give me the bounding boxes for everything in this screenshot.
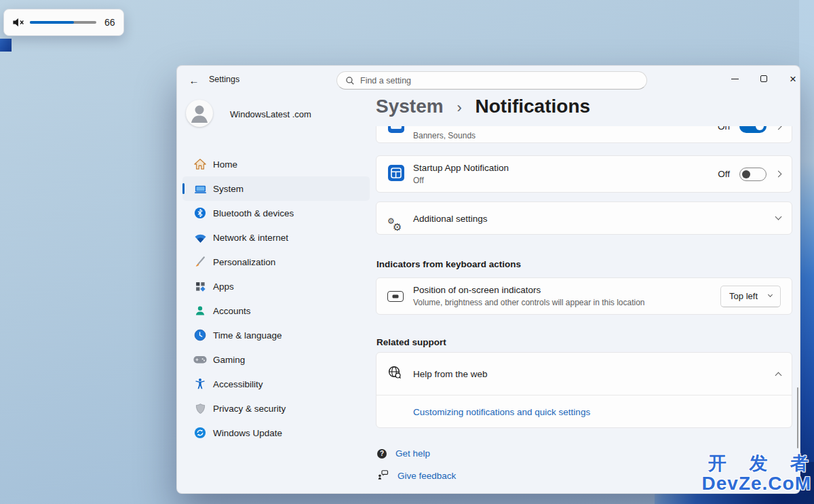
volume-slider[interactable]: [30, 21, 96, 24]
help-from-web-card: Help from the web Customizing notificati…: [376, 352, 792, 428]
position-title: Position of on-screen indicators: [413, 285, 541, 295]
help-from-web-row[interactable]: Help from the web: [376, 353, 792, 395]
notifications-subtitle: Banners, Sounds: [413, 131, 476, 140]
wallpaper-dark-notch: [0, 39, 12, 52]
notifications-row[interactable]: Banners, Sounds On: [376, 126, 792, 143]
sidebar-item-label: Apps: [213, 282, 234, 292]
startup-toggle[interactable]: [739, 168, 767, 181]
account-name[interactable]: WindowsLatest .com: [230, 109, 311, 119]
position-dropdown-value: Top left: [729, 291, 758, 301]
sidebar-item-label: Time & language: [213, 330, 282, 341]
time-language-icon: [193, 328, 207, 342]
sidebar-item-home[interactable]: Home: [182, 152, 370, 176]
globe-search-icon: [387, 365, 402, 383]
sidebar-item-personalization[interactable]: Personalization: [182, 250, 370, 274]
sidebar-item-accounts[interactable]: Accounts: [182, 298, 370, 323]
shield-icon: [193, 402, 207, 415]
bluetooth-icon: [193, 206, 207, 220]
sidebar-item-apps[interactable]: Apps: [182, 274, 370, 298]
sidebar-item-time-language[interactable]: Time & language: [182, 323, 370, 347]
volume-value: 66: [104, 17, 115, 28]
get-help-link[interactable]: ? Get help: [377, 448, 430, 459]
network-icon: [193, 231, 207, 244]
muted-speaker-icon[interactable]: [12, 17, 26, 28]
give-feedback-icon: [377, 469, 389, 483]
notifications-row-clip: Banners, Sounds On: [376, 126, 792, 143]
additional-settings-row[interactable]: ⚙ ⚙ Additional settings: [376, 201, 792, 235]
sidebar-item-label: System: [213, 184, 244, 194]
help-from-web-title: Help from the web: [413, 369, 488, 379]
main-content: System › Notifications Banners, Sounds O…: [376, 66, 792, 495]
gaming-icon: [193, 353, 207, 366]
volume-flyout: 66: [3, 9, 124, 36]
customizing-notifications-link[interactable]: Customizing notifications and quick sett…: [413, 407, 590, 417]
sidebar-item-windows-update[interactable]: Windows Update: [182, 421, 370, 445]
sidebar-nav: Home System Bluetooth & devices: [182, 152, 370, 445]
sidebar-item-label: Accessibility: [213, 379, 263, 389]
sidebar-item-privacy-security[interactable]: Privacy & security: [182, 396, 370, 421]
startup-title: Startup App Notification: [413, 163, 509, 173]
settings-scroll-area: Banners, Sounds On Sta: [376, 125, 792, 495]
sidebar-item-label: Gaming: [213, 355, 245, 365]
related-support-header: Related support: [376, 337, 446, 347]
sidebar-item-bluetooth-devices[interactable]: Bluetooth & devices: [182, 201, 370, 225]
get-help-icon: ?: [377, 449, 387, 459]
avatar[interactable]: [186, 100, 213, 127]
app-title: Settings: [209, 75, 239, 84]
sidebar-item-label: Bluetooth & devices: [213, 208, 294, 218]
breadcrumb: System › Notifications: [376, 96, 590, 117]
breadcrumb-separator: ›: [457, 99, 461, 116]
position-indicators-row: Position of on-screen indicators Volume,…: [376, 277, 792, 315]
sidebar-item-gaming[interactable]: Gaming: [182, 347, 370, 372]
vertical-scrollbar[interactable]: [797, 387, 798, 448]
startup-toggle-label: Off: [718, 169, 730, 179]
sidebar-item-system[interactable]: System: [182, 176, 370, 201]
sidebar-item-network-internet[interactable]: Network & internet: [182, 225, 370, 250]
sidebar-item-label: Accounts: [213, 306, 251, 316]
volume-slider-fill: [30, 21, 74, 24]
home-icon: [193, 157, 207, 171]
accessibility-icon: [193, 377, 207, 391]
give-feedback-link[interactable]: Give feedback: [377, 469, 456, 483]
sidebar-item-label: Network & internet: [213, 233, 288, 243]
back-button[interactable]: ←: [187, 73, 201, 88]
windows-update-icon: [193, 426, 207, 440]
back-arrow-icon: ←: [189, 75, 199, 86]
on-screen-indicator-icon: [387, 291, 404, 302]
sidebar-item-label: Privacy & security: [213, 404, 286, 414]
settings-window: ← Settings × WindowsLatest .com: [176, 65, 800, 494]
accounts-icon: [193, 304, 207, 317]
chevron-right-icon[interactable]: [775, 171, 782, 178]
startup-app-icon: [387, 164, 405, 185]
position-dropdown[interactable]: Top left: [720, 286, 781, 307]
sidebar-item-accessibility[interactable]: Accessibility: [182, 372, 370, 396]
position-subtitle: Volume, brightness and other controls wi…: [413, 298, 645, 307]
notifications-icon: [387, 126, 405, 136]
chevron-up-icon[interactable]: [775, 372, 782, 379]
person-icon: [186, 100, 213, 127]
sidebar-item-label: Personalization: [213, 257, 275, 267]
help-link-row: Customizing notifications and quick sett…: [376, 395, 792, 428]
page-title: Notifications: [476, 96, 591, 117]
startup-subtitle: Off: [413, 176, 424, 185]
chevron-down-icon[interactable]: [775, 214, 782, 220]
notifications-toggle[interactable]: [739, 126, 767, 133]
chevron-down-icon: [768, 292, 773, 297]
sidebar-item-label: Windows Update: [213, 428, 282, 438]
chevron-right-icon[interactable]: [775, 126, 782, 130]
search-icon: [345, 76, 355, 85]
personalization-icon: [193, 255, 207, 269]
sidebar-item-label: Home: [213, 159, 237, 170]
notifications-toggle-label: On: [718, 126, 730, 132]
indicators-section-header: Indicators from keyboard actions: [376, 259, 521, 269]
startup-app-notification-row[interactable]: Startup App Notification Off Off: [376, 155, 792, 193]
additional-settings-title: Additional settings: [413, 213, 488, 223]
apps-icon: [193, 279, 207, 293]
breadcrumb-parent[interactable]: System: [376, 96, 444, 117]
system-icon: [193, 182, 207, 195]
